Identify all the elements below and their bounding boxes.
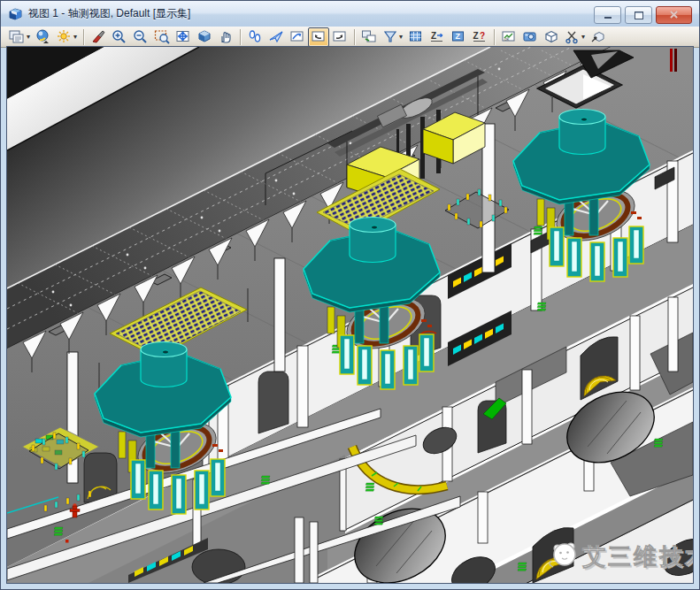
3d-scene: 艾三维技术 艾三维技术	[7, 47, 693, 583]
toolbar-separator	[240, 29, 241, 45]
tool-zoom-out[interactable]	[130, 27, 151, 47]
titlebar[interactable]: 视图 1 - 轴测视图, Default [显示集]	[1, 1, 699, 27]
clip-mask-icon	[408, 29, 424, 44]
view-toolbar: ▾ ▾	[1, 27, 699, 48]
tool-camera-view[interactable]	[519, 27, 541, 47]
tool-set-display-depth[interactable]: Z	[427, 27, 448, 47]
render-cube-icon	[543, 29, 559, 44]
close-button[interactable]	[656, 6, 692, 24]
tool-saved-views[interactable]: ok	[498, 27, 519, 47]
minimize-button[interactable]	[594, 6, 621, 24]
tool-display-style[interactable]	[33, 27, 54, 47]
tool-show-display-depth[interactable]: Z	[448, 27, 469, 47]
tool-fly[interactable]	[265, 27, 287, 47]
watermark-text: 艾三维技术	[582, 543, 693, 570]
app-icon	[8, 7, 23, 21]
display-style-icon	[35, 29, 51, 44]
zoom-in-icon	[112, 29, 127, 44]
tool-clip-mask[interactable]	[405, 27, 427, 47]
tool-display-depth-query[interactable]: Z ?	[469, 27, 490, 47]
svg-text:Z: Z	[431, 31, 436, 41]
copy-view-icon	[361, 29, 377, 44]
tool-view-attributes[interactable]: ▾	[6, 27, 33, 47]
tool-pan-view[interactable]	[215, 27, 236, 47]
tool-adjust-brightness[interactable]: ▾	[54, 27, 80, 47]
fit-view-icon	[175, 29, 191, 44]
zoom-out-icon	[133, 29, 149, 44]
tool-rotate-view[interactable]	[194, 27, 215, 47]
pan-hand-icon	[218, 29, 234, 44]
set-depth-icon: Z	[429, 29, 445, 44]
close-icon	[669, 11, 679, 19]
fly-plane-icon	[268, 29, 284, 44]
view-previous-icon	[311, 29, 327, 44]
tool-render-view[interactable]	[541, 27, 562, 47]
clip-volume-icon	[382, 29, 398, 44]
dropdown-caret: ▾	[73, 33, 77, 41]
window-area-icon	[154, 29, 170, 44]
view-window: 视图 1 - 轴测视图, Default [显示集] ▾	[0, 0, 700, 590]
navigate-view-icon	[289, 29, 305, 44]
3d-viewport[interactable]: 艾三维技术 艾三维技术	[7, 47, 693, 583]
tool-copy-view[interactable]	[358, 27, 380, 47]
brightness-sun-icon	[57, 29, 73, 44]
svg-text:Z: Z	[456, 32, 461, 41]
depth-query-icon: Z ?	[472, 29, 488, 44]
svg-text:Z: Z	[473, 31, 479, 41]
tool-walk[interactable]	[244, 27, 265, 47]
toolbar-separator	[83, 29, 84, 45]
walk-footprints-icon	[247, 29, 263, 44]
tool-view-next[interactable]	[329, 27, 350, 47]
svg-text:?: ?	[480, 31, 485, 41]
dropdown-caret: ▾	[581, 33, 585, 41]
tool-fit-view[interactable]	[173, 27, 194, 47]
tool-navigate-view[interactable]	[287, 27, 308, 47]
update-brush-icon	[90, 29, 106, 44]
scissors-icon	[565, 29, 581, 44]
view-next-icon	[332, 29, 348, 44]
tool-view-previous[interactable]	[308, 27, 329, 47]
show-depth-icon: Z	[450, 29, 466, 44]
window-title: 视图 1 - 轴测视图, Default [显示集]	[28, 6, 190, 21]
tool-view-cube-link[interactable]	[588, 27, 609, 47]
tool-window-area[interactable]	[151, 27, 173, 47]
restore-button[interactable]	[625, 6, 652, 24]
toolbar-separator	[354, 29, 355, 45]
view-attributes-icon	[9, 29, 26, 44]
dropdown-caret: ▾	[399, 33, 403, 41]
dropdown-caret: ▾	[27, 33, 30, 41]
toolbar-separator	[494, 29, 495, 45]
tool-clip-tools[interactable]: ▾	[562, 27, 588, 47]
cube-arrow-icon	[590, 29, 606, 44]
restore-icon	[635, 11, 643, 19]
svg-text:ok: ok	[504, 36, 510, 42]
camera-icon	[522, 29, 538, 44]
saved-views-icon: ok	[501, 29, 517, 44]
rotate-cube-icon	[196, 29, 212, 44]
tool-clip-volume[interactable]: ▾	[380, 27, 405, 47]
tool-update-view[interactable]	[88, 27, 109, 47]
tool-zoom-in[interactable]	[109, 27, 130, 47]
